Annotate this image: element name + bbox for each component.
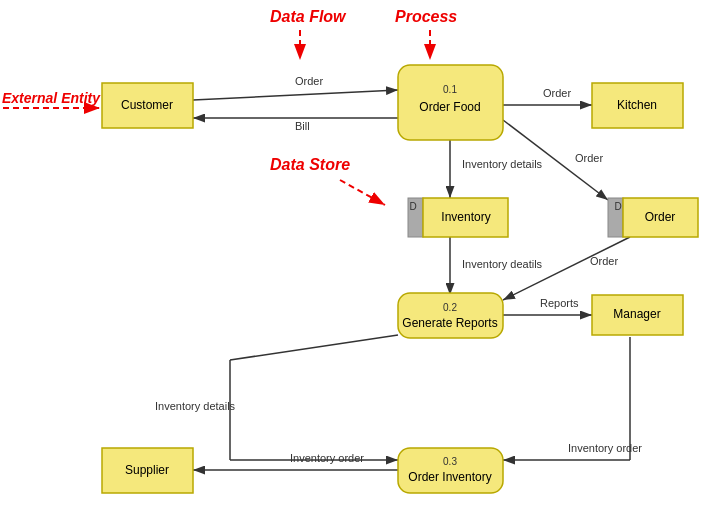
label-inv-order-2: Inventory order (290, 452, 364, 464)
order-food-num: 0.1 (443, 84, 457, 95)
order-store-d-label: D (614, 201, 621, 212)
process-label: Process (395, 8, 457, 25)
order-inv-label: Order Inventory (408, 470, 491, 484)
external-entity-label: External Entity (2, 90, 101, 106)
flow-line-left (230, 335, 398, 360)
kitchen-label: Kitchen (617, 98, 657, 112)
manager-label: Manager (613, 307, 660, 321)
customer-label: Customer (121, 98, 173, 112)
order-food-label: Order Food (419, 100, 480, 114)
label-inv-details-2: Inventory deatils (462, 258, 543, 270)
gen-reports-label: Generate Reports (402, 316, 497, 330)
label-inv-order-1: Inventory order (568, 442, 642, 454)
label-inv-details-1: Inventory details (462, 158, 543, 170)
label-order-1: Order (295, 75, 323, 87)
inventory-label: Inventory (441, 210, 490, 224)
data-store-arrow (340, 180, 385, 205)
label-reports: Reports (540, 297, 579, 309)
supplier-label: Supplier (125, 463, 169, 477)
label-inv-details-3: Inventory details (155, 400, 236, 412)
label-order-4: Order (590, 255, 618, 267)
data-store-label: Data Store (270, 156, 350, 173)
label-order-2: Order (543, 87, 571, 99)
label-order-3: Order (575, 152, 603, 164)
order-store-label: Order (645, 210, 676, 224)
inventory-d-label: D (409, 201, 416, 212)
data-flow-label: Data Flow (270, 8, 347, 25)
order-inv-num: 0.3 (443, 456, 457, 467)
gen-reports-num: 0.2 (443, 302, 457, 313)
dfd-diagram: Data Flow Process Data Store External En… (0, 0, 718, 528)
flow-customer-orderfood-order (193, 90, 398, 100)
label-bill: Bill (295, 120, 310, 132)
